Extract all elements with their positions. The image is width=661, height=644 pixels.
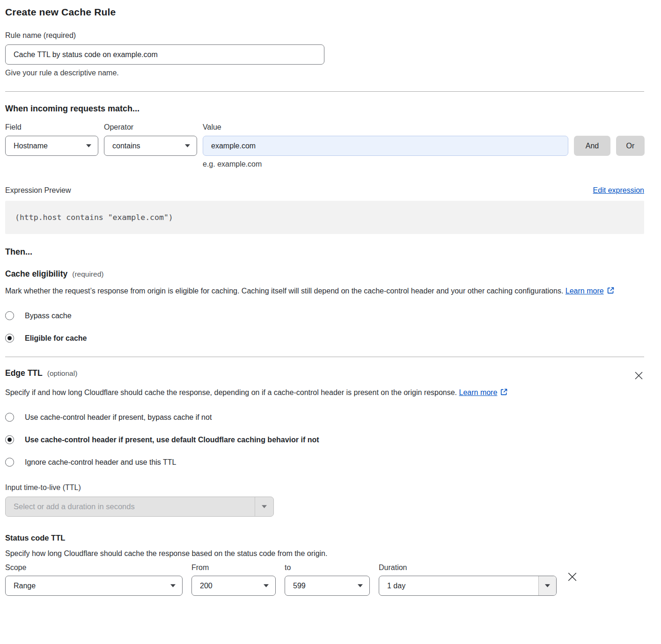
duration-label: Duration	[379, 564, 557, 572]
radio-icon	[5, 458, 14, 467]
scope-select-value: Range	[14, 582, 167, 590]
chevron-down-icon	[255, 497, 273, 516]
field-select[interactable]: Hostname	[5, 136, 98, 156]
external-link-icon	[607, 286, 615, 294]
match-row: Field Hostname Operator contains Value A…	[5, 123, 644, 156]
operator-select[interactable]: contains	[104, 136, 197, 156]
cache-eligibility-heading: Cache eligibility	[5, 269, 67, 279]
duration-select[interactable]: 1 day	[379, 576, 557, 596]
expression-code: (http.host contains "example.com")	[15, 213, 173, 222]
edge-ttl-optional-tag: (optional)	[47, 369, 78, 378]
close-icon	[634, 371, 643, 380]
chevron-down-icon	[358, 584, 363, 587]
cache-eligibility-learn-more-link[interactable]: Learn more	[566, 287, 604, 295]
ttl-duration-select[interactable]: Select or add a duration in seconds	[5, 497, 274, 517]
scope-select[interactable]: Range	[5, 576, 183, 596]
bypass-cache-radio-label: Bypass cache	[25, 312, 72, 320]
ttl-input-label: Input time-to-live (TTL)	[5, 483, 644, 492]
status-code-ttl-description: Specify how long Cloudflare should cache…	[5, 549, 644, 558]
field-select-value: Hostname	[14, 142, 82, 150]
then-heading: Then...	[5, 247, 644, 257]
section-divider	[5, 91, 644, 92]
edge-ttl-description: Specify if and how long Cloudflare shoul…	[5, 386, 522, 399]
delete-x-icon	[567, 572, 577, 582]
rule-name-input[interactable]	[5, 44, 324, 65]
bypass-cache-radio[interactable]: Bypass cache	[5, 311, 644, 320]
expression-code-block: (http.host contains "example.com")	[5, 201, 644, 234]
radio-icon	[5, 435, 14, 444]
duration-select-value: 1 day	[379, 576, 538, 595]
cache-eligibility-required-tag: (required)	[72, 270, 103, 278]
and-button[interactable]: And	[574, 136, 610, 156]
from-label: From	[191, 564, 276, 572]
edge-ttl-option-default-radio[interactable]: Use cache-control header if present, use…	[5, 435, 644, 444]
to-label: to	[285, 564, 370, 572]
cache-eligibility-description: Mark whether the request’s response from…	[5, 285, 637, 298]
ttl-duration-placeholder: Select or add a duration in seconds	[6, 497, 255, 516]
status-code-ttl-row: Scope Range From 200 to 599 Duration 1 d…	[5, 564, 644, 596]
match-heading: When incoming requests match...	[5, 104, 644, 114]
eligible-for-cache-radio[interactable]: Eligible for cache	[5, 334, 644, 343]
eligible-for-cache-radio-label: Eligible for cache	[25, 334, 87, 343]
field-label: Field	[5, 123, 98, 132]
edge-ttl-option-bypass-label: Use cache-control header if present, byp…	[25, 413, 212, 422]
rule-name-label: Rule name (required)	[5, 31, 76, 39]
chevron-down-icon[interactable]	[538, 576, 556, 595]
from-select[interactable]: 200	[191, 576, 276, 596]
page-title: Create new Cache Rule	[5, 7, 644, 18]
status-code-ttl-heading: Status code TTL	[5, 534, 644, 542]
chevron-down-icon	[185, 144, 190, 147]
radio-icon	[5, 334, 14, 343]
edge-ttl-option-default-label: Use cache-control header if present, use…	[25, 436, 319, 444]
from-select-value: 200	[200, 582, 260, 590]
value-hint: e.g. example.com	[203, 160, 568, 168]
chevron-down-icon	[86, 144, 91, 147]
to-select[interactable]: 599	[285, 576, 370, 596]
radio-icon	[5, 311, 14, 320]
radio-icon	[5, 413, 14, 422]
expression-preview-label: Expression Preview	[5, 186, 71, 195]
to-select-value: 599	[293, 582, 354, 590]
delete-status-ttl-button[interactable]	[566, 572, 579, 583]
chevron-down-icon	[170, 584, 176, 587]
edge-ttl-learn-more-link[interactable]: Learn more	[459, 388, 498, 396]
rule-name-help: Give your rule a descriptive name.	[5, 69, 644, 77]
operator-select-value: contains	[112, 142, 181, 150]
value-label: Value	[203, 123, 568, 132]
operator-label: Operator	[104, 123, 197, 132]
edge-ttl-close-button[interactable]	[633, 370, 644, 382]
edge-ttl-option-bypass-radio[interactable]: Use cache-control header if present, byp…	[5, 413, 644, 422]
external-link-icon	[500, 388, 508, 396]
edge-ttl-option-ignore-radio[interactable]: Ignore cache-control header and use this…	[5, 458, 644, 467]
edge-ttl-option-ignore-label: Ignore cache-control header and use this…	[25, 458, 176, 467]
scope-label: Scope	[5, 564, 183, 572]
or-button[interactable]: Or	[616, 136, 645, 156]
value-input[interactable]	[203, 136, 568, 156]
edit-expression-link[interactable]: Edit expression	[593, 186, 644, 195]
chevron-down-icon	[264, 584, 269, 587]
edge-ttl-heading: Edge TTL	[5, 368, 43, 378]
section-divider	[5, 357, 644, 357]
